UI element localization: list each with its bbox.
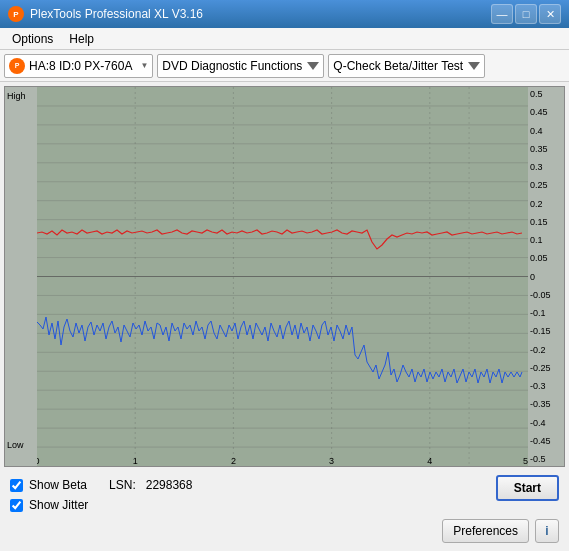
menubar: Options Help: [0, 28, 569, 50]
y-axis-right: 0.5 0.45 0.4 0.35 0.3 0.25 0.2 0.15 0.1 …: [528, 87, 564, 466]
window-title: PlexTools Professional XL V3.16: [30, 7, 491, 21]
y-right--0.25: -0.25: [530, 363, 562, 373]
y-right--0.05: -0.05: [530, 290, 562, 300]
action-buttons: Start: [496, 475, 559, 501]
y-right-0: 0: [530, 272, 562, 282]
show-beta-label: Show Beta: [29, 478, 87, 492]
y-right--0.35: -0.35: [530, 399, 562, 409]
window-controls: — □ ✕: [491, 4, 561, 24]
y-right-0.15: 0.15: [530, 217, 562, 227]
y-axis-left: High Low: [5, 87, 37, 466]
y-low-label: Low: [7, 440, 24, 450]
y-right-0.05: 0.05: [530, 253, 562, 263]
svg-text:1: 1: [133, 456, 138, 466]
y-right--0.15: -0.15: [530, 326, 562, 336]
y-right--0.45: -0.45: [530, 436, 562, 446]
function-select[interactable]: DVD Diagnostic Functions: [157, 54, 324, 78]
info-button[interactable]: i: [535, 519, 559, 543]
close-button[interactable]: ✕: [539, 4, 561, 24]
lsn-label: LSN:: [109, 478, 136, 492]
start-button[interactable]: Start: [496, 475, 559, 501]
preferences-button[interactable]: Preferences: [442, 519, 529, 543]
menu-options[interactable]: Options: [4, 28, 61, 49]
show-beta-row: Show Beta LSN: 2298368: [10, 475, 192, 495]
drive-label: HA:8 ID:0 PX-760A: [29, 59, 132, 73]
y-right--0.4: -0.4: [530, 418, 562, 428]
titlebar: P PlexTools Professional XL V3.16 — □ ✕: [0, 0, 569, 28]
y-right-0.5: 0.5: [530, 89, 562, 99]
y-right-0.2: 0.2: [530, 199, 562, 209]
show-jitter-label: Show Jitter: [29, 498, 88, 512]
y-right-0.4: 0.4: [530, 126, 562, 136]
menu-help[interactable]: Help: [61, 28, 102, 49]
show-beta-checkbox[interactable]: [10, 479, 23, 492]
svg-text:2: 2: [231, 456, 236, 466]
y-right-0.25: 0.25: [530, 180, 562, 190]
y-right--0.5: -0.5: [530, 454, 562, 464]
drive-icon: P: [9, 58, 25, 74]
chart-container: High Low: [4, 86, 565, 467]
drive-dropdown-icon: ▼: [140, 61, 148, 70]
y-right-0.45: 0.45: [530, 107, 562, 117]
y-right-0.35: 0.35: [530, 144, 562, 154]
app-icon: P: [8, 6, 24, 22]
test-select[interactable]: Q-Check Beta/Jitter Test: [328, 54, 485, 78]
show-jitter-checkbox[interactable]: [10, 499, 23, 512]
y-right-0.3: 0.3: [530, 162, 562, 172]
y-right--0.3: -0.3: [530, 381, 562, 391]
maximize-button[interactable]: □: [515, 4, 537, 24]
lsn-value: 2298368: [146, 478, 193, 492]
y-right--0.2: -0.2: [530, 345, 562, 355]
y-right--0.1: -0.1: [530, 308, 562, 318]
toolbar: P HA:8 ID:0 PX-760A ▼ DVD Diagnostic Fun…: [0, 50, 569, 82]
y-right-0.1: 0.1: [530, 235, 562, 245]
svg-text:3: 3: [329, 456, 334, 466]
minimize-button[interactable]: —: [491, 4, 513, 24]
chart-svg: 0 1 2 3 4 5: [37, 87, 528, 466]
y-high-label: High: [7, 91, 26, 101]
show-jitter-row: Show Jitter: [10, 495, 192, 515]
bottom-controls: Show Beta LSN: 2298368 Show Jitter Start…: [4, 467, 565, 547]
chart-area: 0 1 2 3 4 5: [37, 87, 528, 466]
svg-text:4: 4: [427, 456, 432, 466]
svg-text:0: 0: [37, 456, 40, 466]
main-content: High Low: [0, 82, 569, 551]
drive-selector: P HA:8 ID:0 PX-760A ▼: [4, 54, 153, 78]
